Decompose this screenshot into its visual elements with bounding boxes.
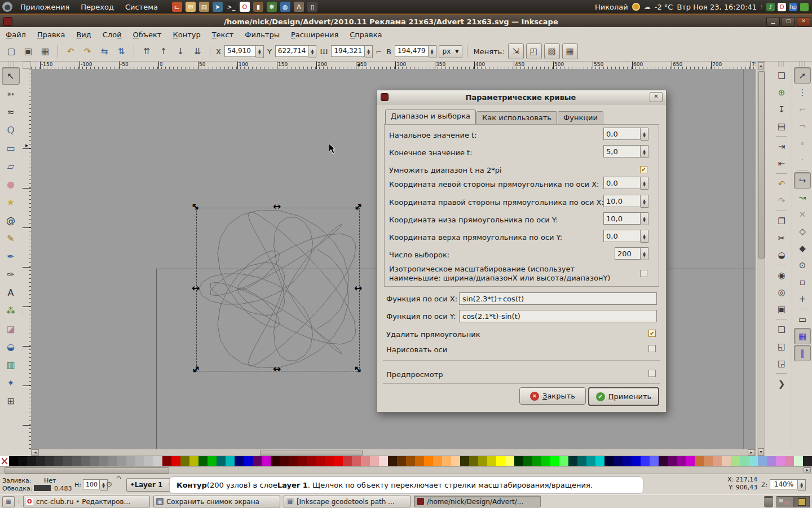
menu-Контур[interactable]: Контур (167, 29, 206, 41)
color-swatch[interactable] (650, 456, 659, 466)
color-swatch[interactable] (307, 456, 316, 466)
color-swatch[interactable] (45, 456, 54, 466)
print-icon[interactable]: ▤ (773, 118, 790, 134)
selection-handle[interactable]: ↔ (190, 364, 201, 375)
apply-button[interactable]: ✔Применить (588, 387, 659, 406)
color-swatch[interactable] (316, 456, 325, 466)
color-swatch[interactable] (153, 456, 162, 466)
color-swatch[interactable] (208, 456, 217, 466)
new-document-icon[interactable]: ❏ (773, 67, 790, 84)
speaker-icon[interactable]: ▯ (307, 2, 317, 12)
spin-input[interactable]: 10,0 (603, 212, 641, 225)
color-swatch[interactable] (704, 456, 713, 466)
rectangle-tool[interactable]: ▭ (2, 139, 20, 157)
row-spinbox[interactable]: 0,0▲▼ (603, 128, 648, 141)
duplicate-icon[interactable]: ❏ (773, 321, 790, 338)
color-swatch[interactable] (298, 456, 307, 466)
selection-box[interactable]: ↔↕↔↔↔↔↕↔ (196, 208, 360, 371)
color-swatch[interactable] (379, 456, 388, 466)
vertical-ruler[interactable]: 950900850800750700650600▶ (23, 69, 32, 449)
color-swatch[interactable] (63, 456, 72, 466)
gnome-foot-icon[interactable]: ⬤ (2, 2, 12, 12)
menu-Правка[interactable]: Правка (32, 29, 70, 41)
connector-tool[interactable]: ⊞ (2, 392, 20, 410)
color-swatch[interactable] (180, 456, 189, 466)
stroke-value[interactable]: 0,483 (54, 485, 72, 492)
horizontal-ruler[interactable]: -150-100-5005010015020025030035040045050… (31, 62, 756, 69)
width-input[interactable]: 194,321 (331, 45, 365, 57)
task-button[interactable]: /home/nick/Design/Advert/... (414, 496, 541, 507)
color-swatch[interactable] (171, 456, 180, 466)
bezier-tool[interactable]: ✒ (2, 248, 20, 265)
color-swatch[interactable] (217, 456, 226, 466)
color-swatch[interactable] (280, 456, 289, 466)
spin-input[interactable]: 200 (615, 247, 641, 260)
color-swatch[interactable] (9, 456, 18, 466)
tab-Как использовать[interactable]: Как использовать (476, 111, 557, 124)
color-swatch[interactable] (749, 456, 758, 466)
clock[interactable]: Втр Ноя 23, 16:20:41 (677, 3, 757, 11)
workspace-2[interactable] (793, 497, 809, 507)
stroke-swatch[interactable] (34, 485, 51, 491)
height-input[interactable]: 194,479 (395, 45, 429, 57)
gradient-tool[interactable]: ▥ (2, 356, 20, 374)
import-icon[interactable]: ⇥ (773, 138, 790, 155)
layer-dropdown[interactable]: •Layer 1 ▼ (126, 478, 176, 492)
color-swatch[interactable] (523, 456, 532, 466)
color-swatch[interactable] (641, 456, 650, 466)
snap-grid-icon[interactable]: ▦ (794, 328, 811, 344)
maximize-button[interactable]: ▢ (782, 17, 795, 27)
tray-grip[interactable]: ⁞ (761, 4, 762, 10)
raise-to-top-icon[interactable]: ⇈ (139, 43, 155, 59)
snap-bar-grip[interactable]: ||| (792, 62, 812, 67)
spin-input[interactable]: 5,0 (603, 145, 641, 157)
affect-gradient-icon[interactable]: ▨ (544, 43, 560, 59)
selection-handle[interactable]: ↕ (273, 203, 281, 211)
row-spinbox[interactable]: 10,0▲▼ (603, 195, 648, 208)
vertical-scrollbar[interactable]: ▴ ▾ (757, 62, 765, 456)
checkbox[interactable] (648, 330, 656, 337)
tower-icon[interactable]: ▮ (253, 2, 263, 12)
color-swatch[interactable] (27, 456, 36, 466)
menu-Фильтры[interactable]: Фильтры (239, 29, 285, 41)
undo-icon[interactable]: ↶ (773, 176, 790, 192)
row-spinbox[interactable]: 5,0▲▼ (603, 145, 648, 158)
menu-Расширения[interactable]: Расширения (285, 29, 344, 41)
color-swatch[interactable] (198, 456, 208, 466)
no-color-swatch[interactable] (0, 456, 9, 466)
save-document-icon[interactable]: ↧ (773, 101, 790, 117)
tab-Диапазон и выборка[interactable]: Диапазон и выборка (385, 110, 476, 124)
color-swatch[interactable] (487, 456, 496, 466)
spray-tool[interactable]: ⁂ (2, 302, 20, 319)
raise-icon[interactable]: ↑ (156, 43, 171, 59)
color-swatch[interactable] (668, 456, 677, 466)
zoom-selection-icon[interactable]: ◉ (773, 267, 790, 283)
affect-pattern-icon[interactable]: ▦ (562, 43, 578, 59)
spin-buttons[interactable]: ▲▼ (641, 230, 648, 243)
globe-icon[interactable]: ◍ (280, 2, 290, 12)
height-spin[interactable]: ▲▼ (429, 45, 436, 58)
paste-icon[interactable]: ❐ (773, 213, 790, 229)
panel-menu-Переход[interactable]: Переход (75, 3, 120, 11)
window-titlebar[interactable]: /home/nick/Design/Advert/2010.11 Реклама… (0, 14, 812, 28)
units-dropdown[interactable]: px▼ (439, 45, 463, 58)
color-swatch[interactable] (415, 456, 424, 466)
text-tool[interactable]: A (2, 284, 20, 301)
file-manager-icon[interactable]: ▤ (199, 2, 209, 12)
toolbox-grip[interactable]: ||| (0, 62, 23, 67)
color-swatch[interactable] (469, 456, 478, 466)
dropper-tool[interactable]: ✦ (2, 374, 20, 392)
checkbox[interactable] (648, 345, 656, 352)
panel-menu-Система[interactable]: Система (120, 3, 164, 11)
y-input[interactable]: 622,714 (275, 45, 309, 57)
color-swatch[interactable] (586, 456, 595, 466)
menu-Слой[interactable]: Слой (97, 29, 127, 41)
selection-handle[interactable]: ↔ (192, 284, 200, 292)
color-swatch[interactable] (568, 456, 577, 466)
color-swatch[interactable] (722, 456, 731, 466)
snap-bbox-icon[interactable]: ⋮ (794, 84, 811, 100)
close-button[interactable]: ✕Закрыть (519, 387, 586, 405)
palette-scroll-thumb[interactable] (5, 467, 169, 474)
zoom-spin[interactable]: ▲▼ (798, 479, 806, 491)
spin-input[interactable]: 10,0 (603, 195, 641, 207)
